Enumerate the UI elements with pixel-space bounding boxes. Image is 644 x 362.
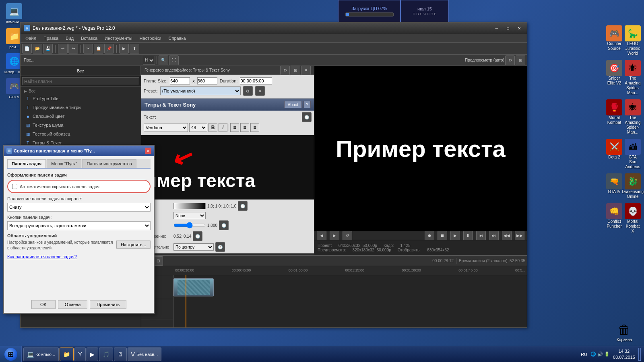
plugin-category-all[interactable]: ▶ Все (22, 88, 139, 94)
apply-btn[interactable]: Применить (90, 300, 126, 309)
frame-width-input[interactable] (170, 77, 190, 84)
toolbar-btn-paste[interactable]: 📌 (104, 44, 114, 53)
slider-btn[interactable]: 🕐 (219, 220, 229, 230)
ok-btn[interactable]: OK (31, 300, 56, 309)
toolbar-btn-new[interactable]: 📄 (22, 44, 32, 53)
taskbar-item-monitor[interactable]: 🖥 (114, 348, 127, 361)
preview-mode-select[interactable]: H (143, 56, 155, 65)
preset-select[interactable]: (По умолчанию) (160, 86, 241, 95)
duration-input[interactable] (240, 77, 272, 84)
desktop-icon-conflict-puncher[interactable]: 👊 Conflict Puncher (605, 202, 623, 235)
preview-settings[interactable]: ⚙ (505, 56, 515, 65)
preview-pause[interactable]: ⏸ (463, 231, 473, 241)
toolbar-btn-render[interactable]: ▶ (119, 44, 129, 53)
align-select[interactable]: По центру (173, 243, 214, 251)
preview-stop[interactable]: ⏹ (438, 231, 447, 241)
align-btn[interactable]: 🕐 (215, 242, 225, 252)
align-left-btn[interactable]: ≡ (230, 123, 239, 132)
maximize-button[interactable]: □ (504, 25, 512, 32)
plugin-rolling-titles[interactable]: T Прокручиваемые титры (22, 103, 139, 112)
buttons-dialog-select[interactable]: Всегда группировать, скрывать метки (7, 221, 151, 230)
text-clock-btn[interactable]: 🕐 (302, 112, 312, 122)
toolbar-btn-export[interactable]: ⬆ (130, 44, 139, 53)
preset-close[interactable]: ✕ (255, 86, 265, 96)
menu-file[interactable]: Файл (22, 35, 39, 41)
menu-settings[interactable]: Настройки (136, 35, 165, 41)
titler-close[interactable]: ✕ (301, 66, 311, 75)
help-link[interactable]: Как настраивается панель задач? (7, 254, 151, 259)
font-size-select[interactable]: 48 (189, 123, 207, 132)
toolbar-btn-undo[interactable]: ↩ (58, 44, 68, 53)
preset-settings[interactable]: ⚙ (243, 86, 253, 96)
titler-expand[interactable]: ⊞ (291, 66, 300, 75)
timeline-clip-1[interactable] (173, 278, 214, 296)
toolbar-btn-redo[interactable]: ↪ (68, 44, 78, 53)
tl-btn2[interactable]: ⊟ (153, 256, 163, 266)
preview-record[interactable]: ⏺ (425, 231, 434, 241)
autohide-checkbox[interactable] (12, 184, 17, 189)
menu-view[interactable]: Вид (62, 35, 77, 41)
preview-play-back[interactable]: ◀ (317, 231, 326, 241)
minimize-button[interactable]: ─ (492, 25, 501, 32)
italic-btn[interactable]: I (219, 123, 227, 132)
close-button[interactable]: ✕ (515, 25, 524, 32)
taskbar-item-vegas[interactable]: V Без назв... (128, 348, 162, 361)
desktop-icon-gta4[interactable]: 🔫 GTA IV (605, 172, 623, 201)
help-btn[interactable]: ? (303, 101, 311, 108)
toolbar-btn-cut[interactable]: ✂ (83, 44, 93, 53)
dialog-close-button[interactable]: ✕ (145, 148, 151, 154)
plugin-solid-color[interactable]: ■ Сплошной цвет (22, 112, 139, 121)
titler-settings[interactable]: ⚙ (280, 66, 290, 75)
preview-fullscreen[interactable]: ⛶ (169, 56, 179, 65)
cancel-btn[interactable]: Отмена (58, 300, 87, 309)
dialog-tab-taskbar[interactable]: Панель задач (7, 159, 46, 168)
start-button[interactable]: ⊞ (0, 346, 22, 362)
toolbar-btn-save[interactable]: 💾 (43, 44, 53, 53)
preview-play-fwd[interactable]: ▶ (330, 231, 339, 241)
preview-prev-frame[interactable]: ⏮ (476, 231, 486, 241)
plugin-protype-titler[interactable]: T ProType Titler (22, 94, 139, 103)
preview-slow[interactable]: ◀◀ (502, 231, 512, 241)
customize-btn[interactable]: Настроить... (116, 241, 151, 249)
preview-loop[interactable]: ↺ (343, 231, 352, 241)
search-input[interactable] (22, 77, 139, 85)
desktop-icon-spiderman1[interactable]: 🕷 The Amazing Spider-Man... (624, 58, 642, 97)
color-btn[interactable]: 🕐 (238, 201, 248, 211)
desktop-icon-mortal-kombat1[interactable]: 🥊 Mortal Kombat (605, 98, 623, 136)
preview-play[interactable]: ▶ (450, 231, 460, 241)
dialog-tab-toolbars[interactable]: Панели инструментов (82, 159, 136, 168)
taskbar-item-computer[interactable]: 💻 Компью... (23, 348, 59, 361)
desktop-icon-dota2[interactable]: ⚔️ Dota 2 (605, 137, 623, 171)
desktop-icon-drakensang[interactable]: 🐉 Drakensang Online (624, 172, 642, 201)
desktop-icon-lego-jurassic[interactable]: 🦕 LEGO Jurassic World (624, 24, 642, 58)
playhead[interactable] (186, 275, 186, 327)
taskbar-clock[interactable]: 14:32 03.07.2015 (613, 348, 635, 360)
recycle-bin[interactable]: 🗑 Корзина (606, 323, 642, 342)
taskbar-item-media[interactable]: ▶ (87, 348, 98, 361)
toolbar-btn-open[interactable]: 📂 (33, 44, 42, 53)
plugin-noise-texture[interactable]: ▨ Текстура шума (22, 121, 139, 130)
slider-input[interactable] (173, 222, 206, 228)
dialog-tab-start[interactable]: Меню "Пуск" (47, 159, 81, 168)
preview-grid[interactable]: ⊞ (516, 56, 525, 65)
align-center-btn[interactable]: ≡ (240, 123, 249, 132)
toolbar-btn-copy[interactable]: 📋 (94, 44, 103, 53)
bold-btn[interactable]: B (208, 123, 217, 132)
frame-height-input[interactable] (197, 77, 217, 84)
desktop-icon-spiderman2[interactable]: 🕷 The Amazing Spider-Man... (624, 98, 642, 136)
show-desktop-btn[interactable] (638, 348, 641, 361)
taskbar-item-media2[interactable]: 🎵 (99, 348, 113, 361)
plugin-test-pattern[interactable]: ▦ Тестовый образец (22, 130, 139, 138)
preview-next-frame[interactable]: ⏭ (489, 231, 499, 241)
desktop-icon-gta-san-andreas[interactable]: 🏙 GTA San Andreas (624, 137, 642, 171)
desktop-icon-counter-source[interactable]: 🎮 Counter Source (605, 24, 623, 58)
taskbar-item-yandex[interactable]: Y (74, 348, 85, 361)
font-select[interactable]: Verdana (144, 123, 188, 132)
preview-zoom-out[interactable]: 🔍 (159, 56, 168, 65)
desktop-icon-mortal-kombat-x[interactable]: 💀 Mortal Kombat X (624, 202, 642, 235)
none-select[interactable]: None (173, 212, 206, 219)
preview-fast[interactable]: ▶▶ (515, 231, 524, 241)
menu-tools[interactable]: Инструменты (101, 35, 136, 41)
menu-edit[interactable]: Правка (40, 35, 62, 41)
taskbar-item-explorer[interactable]: 📁 (60, 348, 74, 361)
